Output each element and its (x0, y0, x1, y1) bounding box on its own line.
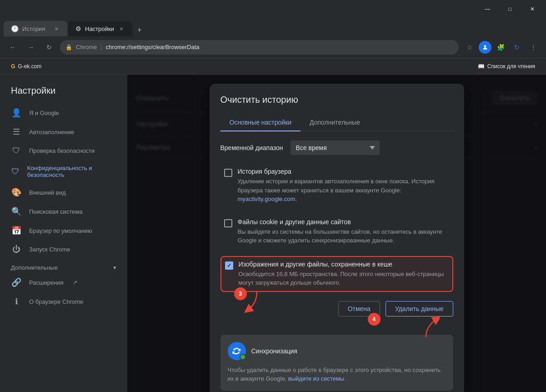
modal-tab-advanced[interactable]: Дополнительные (301, 114, 369, 131)
search-label: Поисковая система (29, 208, 83, 215)
cache-container: Изображения и другие файлы, сохраненные … (220, 256, 453, 292)
cookies-title: Файлы cookie и другие данные сайтов (238, 218, 450, 226)
modal-tab-basic[interactable]: Основные настройки (220, 114, 301, 131)
time-range-label: Временной диапазон (220, 144, 283, 151)
sidebar-item-extensions[interactable]: 🔗 Расширения ↗ (0, 273, 124, 292)
forward-button[interactable]: → (24, 40, 38, 55)
check-item-browser-history: История браузера Удаление истории и вари… (220, 164, 453, 207)
sidebar-item-search[interactable]: 🔍 Поисковая система (0, 202, 124, 221)
nav-actions: ☆ 🧩 ↻ ⋮ (462, 40, 541, 55)
history-tab-label: История (22, 25, 45, 32)
tab-settings[interactable]: ⚙ Настройки ✕ (68, 21, 132, 36)
startup-label: Запуск Chrome (29, 246, 70, 253)
cache-title: Изображения и другие файлы, сохраненные … (239, 261, 449, 268)
sidebar-item-autofill[interactable]: ☰ Автозаполнение (0, 122, 124, 141)
gek-label: G-ek.com (18, 63, 41, 70)
sidebar-item-browser[interactable]: 📅 Браузер по умолчанию (0, 221, 124, 240)
sidebar-item-me-google[interactable]: 👤 Я и Google (0, 103, 124, 122)
signout-link[interactable]: выйдите из системы (288, 375, 344, 382)
menu-button[interactable]: ⋮ (526, 40, 541, 55)
reading-list-label: Список для чтения (487, 63, 535, 70)
bookmark-button[interactable]: ☆ (462, 40, 477, 55)
tabs-bar: 🕐 История ✕ ⚙ Настройки ✕ + (0, 18, 546, 36)
settings-tab-close[interactable]: ✕ (118, 25, 125, 32)
extensions-icon: 🔗 (11, 277, 22, 287)
sidebar-item-privacy[interactable]: 🛡 Конфиденциальность и безопасность (0, 160, 124, 183)
modal-overlay: Очистить историю Основные настройки Допо… (127, 75, 546, 392)
reload-button[interactable]: ↻ (42, 40, 56, 55)
reading-list-button[interactable]: 📖 Список для чтения (474, 61, 539, 71)
sidebar-title: Настройки (0, 82, 127, 103)
browser-history-title: История браузера (238, 168, 450, 175)
privacy-icon: 🛡 (11, 167, 20, 176)
autofill-label: Автозаполнение (29, 129, 74, 136)
svg-point-0 (484, 45, 486, 47)
settings-tab-label: Настройки (85, 25, 114, 32)
appearance-icon: 🎨 (11, 187, 22, 197)
history-tab-icon: 🕐 (11, 25, 19, 32)
step4-badge: 4 (368, 313, 381, 326)
modal-tabs: Основные настройки Дополнительные (220, 114, 453, 131)
address-bar[interactable]: 🔒 Chrome | chrome://settings/clearBrowse… (60, 40, 459, 55)
privacy-label: Конфиденциальность и безопасность (27, 165, 113, 178)
extension-button[interactable]: 🧩 (493, 40, 508, 55)
close-button[interactable]: ✕ (522, 0, 542, 18)
security-label: Проверка безопасности (29, 147, 95, 154)
appearance-label: Внешний вид (29, 189, 66, 196)
extensions-label: Расширения (29, 279, 64, 286)
tab-history[interactable]: 🕐 История ✕ (4, 21, 67, 36)
autofill-icon: ☰ (11, 127, 22, 137)
sidebar: Настройки 👤 Я и Google ☰ Автозаполнение … (0, 75, 127, 392)
check-item-cookies: Файлы cookie и другие данные сайтов Вы в… (220, 215, 453, 249)
lock-icon: 🔒 (65, 44, 72, 50)
checkbox-browser-history[interactable] (224, 169, 232, 177)
maximize-button[interactable]: □ (500, 0, 520, 18)
additional-label: Дополнительные (11, 264, 58, 271)
myactivity-link[interactable]: myactivity.google.com (238, 196, 296, 202)
bookmarks-bar: G G-ek.com 📖 Список для чтения (0, 58, 546, 75)
security-icon: 🛡 (11, 146, 22, 156)
reading-list-icon: 📖 (478, 63, 485, 70)
me-google-icon: 👤 (11, 108, 22, 118)
additional-chevron: ▾ (113, 264, 116, 271)
browser-history-content: История браузера Удаление истории и вари… (238, 168, 450, 204)
time-range-select[interactable]: Все время За последний час За последние … (291, 141, 380, 155)
address-text: chrome://settings/clearBrowserData (106, 44, 200, 50)
about-icon: ℹ (11, 297, 22, 307)
sidebar-item-appearance[interactable]: 🎨 Внешний вид (0, 183, 124, 202)
title-bar: — □ ✕ (0, 0, 546, 18)
settings-tab-icon: ⚙ (75, 25, 81, 32)
about-label: О браузере Chrome (29, 298, 83, 305)
brand-label: Chrome (76, 44, 97, 50)
new-tab-button[interactable]: + (133, 24, 146, 36)
back-button[interactable]: ← (5, 40, 20, 55)
clear-history-modal: Очистить историю Основные настройки Допо… (210, 84, 464, 392)
cookies-content: Файлы cookie и другие данные сайтов Вы в… (238, 218, 450, 245)
sync-avatar (228, 342, 246, 360)
history-tab-close[interactable]: ✕ (53, 25, 60, 32)
bookmark-gek[interactable]: G G-ek.com (7, 61, 45, 71)
browser-icon: 📅 (11, 226, 22, 236)
startup-icon: ⏻ (11, 245, 22, 254)
sidebar-item-about[interactable]: ℹ О браузере Chrome (0, 292, 124, 311)
step4-arrow (412, 314, 440, 339)
checkbox-cookies[interactable] (224, 219, 232, 227)
sync-status-badge (240, 354, 246, 360)
sidebar-item-security[interactable]: 🛡 Проверка безопасности (0, 141, 124, 160)
profile-button[interactable] (479, 41, 491, 54)
me-google-label: Я и Google (29, 110, 59, 116)
checkbox-cache[interactable] (225, 261, 233, 270)
sidebar-item-startup[interactable]: ⏻ Запуск Chrome (0, 240, 124, 259)
browser-label: Браузер по умолчанию (29, 227, 92, 234)
modal-footer: Отмена Удалить данные 4 (220, 301, 453, 317)
nav-bar: ← → ↻ 🔒 Chrome | chrome://settings/clear… (0, 36, 546, 58)
modal-title: Очистить историю (220, 95, 453, 105)
time-range-row: Временной диапазон Все время За последни… (220, 141, 453, 155)
update-button[interactable]: ↻ (510, 40, 524, 55)
cache-desc: Освободится 16,8 МБ пространства. После … (239, 270, 449, 287)
sync-section: Синхронизация Чтобы удалить данные о раб… (220, 335, 453, 391)
main-layout: Настройки 👤 Я и Google ☰ Автозаполнение … (0, 75, 546, 392)
content-area: Отключить Отключить Настройки › Параметр… (127, 75, 546, 392)
additional-section[interactable]: Дополнительные ▾ (0, 259, 127, 273)
minimize-button[interactable]: — (477, 0, 498, 18)
